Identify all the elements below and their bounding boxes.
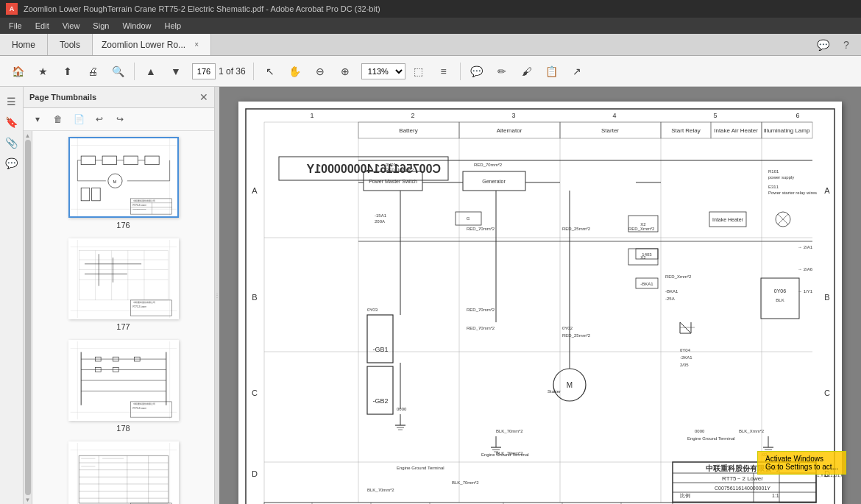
tab-home[interactable]: Home: [0, 34, 48, 55]
print-button[interactable]: 🖨: [81, 60, 104, 83]
svg-text:-BKA1: -BKA1: [665, 289, 678, 294]
svg-text:Generator: Generator: [482, 179, 506, 184]
pdf-viewer[interactable]: 1 2 3 4 5 6 1 2 3 4 5 6 A B C D A: [219, 87, 861, 504]
chat-icon-button[interactable]: 💬: [814, 36, 832, 54]
annotation-button[interactable]: ✏: [490, 60, 514, 83]
svg-text:C: C: [824, 388, 830, 397]
svg-text:4: 4: [612, 112, 616, 119]
tab-document-label: Zoomlion Lower Ro...: [102, 40, 185, 50]
thumbnail-item-178[interactable]: 中联重科股份有限公司 RT75-2 Lower 178: [68, 340, 179, 433]
separator-3: [460, 63, 461, 80]
cursor-tool-button[interactable]: ↖: [258, 60, 282, 83]
svg-text:BLK_70mm²2: BLK_70mm²2: [367, 488, 394, 492]
svg-text:C00756116140000001Y: C00756116140000001Y: [715, 486, 770, 491]
svg-text:0Y02: 0Y02: [562, 326, 573, 330]
svg-rect-67: [70, 443, 177, 504]
menu-sign[interactable]: Sign: [87, 20, 115, 32]
hand-tool-button[interactable]: ✋: [283, 60, 307, 83]
svg-text:RED_25mm²2: RED_25mm²2: [562, 333, 591, 338]
menu-help[interactable]: Help: [159, 20, 188, 32]
marquee-zoom-button[interactable]: ⬚: [407, 60, 431, 83]
page-number-input[interactable]: [192, 63, 216, 79]
svg-text:-2KA1: -2KA1: [680, 355, 692, 360]
svg-text:RED_70mm²2: RED_70mm²2: [467, 227, 495, 231]
thumbnail-label-177: 177: [116, 322, 130, 331]
toolbar: 🏠 ★ ⬆ 🖨 🔍 ▲ ▼ 1 of 36 ↖ ✋ ⊖ ⊕ 113% 100% …: [0, 56, 861, 87]
menu-view[interactable]: View: [57, 20, 86, 32]
svg-text:中联重科股份有限公司: 中联重科股份有限公司: [132, 301, 155, 304]
svg-text:1:1: 1:1: [772, 493, 779, 498]
tab-document[interactable]: Zoomlion Lower Ro... ×: [93, 34, 211, 55]
panel-undo-button[interactable]: ↩: [90, 111, 109, 127]
sidebar-nav-icon[interactable]: ☰: [3, 93, 21, 110]
title-bar: A Zoomlion Lower RoughTerrain Crane RT75…: [0, 0, 861, 18]
thumbnail-image-177: 中联重科股份有限公司 RT75-2 Lower: [68, 238, 179, 319]
svg-text:M: M: [567, 381, 573, 389]
svg-text:6: 6: [796, 112, 799, 119]
thumbnail-label-176: 176: [116, 221, 130, 230]
zoom-in-button[interactable]: ⊕: [333, 60, 357, 83]
zoom-out-button[interactable]: ⊖: [308, 60, 332, 83]
sidebar-attachment-icon[interactable]: 📎: [3, 134, 21, 152]
thumbnail-item-176[interactable]: M 中联重科股份有限公司 RT75-2 Lower C00756116140: [68, 137, 179, 230]
tab-tools[interactable]: Tools: [48, 34, 93, 55]
svg-text:C007561161400: C007561161400: [132, 208, 146, 210]
svg-text:5: 5: [713, 112, 717, 119]
watermark-line2: Go to Settings to act...: [765, 463, 838, 471]
thumbnail-item-179[interactable]: 中联重科股份有限公司 RT75-2 Lower 179: [68, 441, 179, 504]
bookmark-button[interactable]: ★: [31, 60, 54, 83]
comment-button[interactable]: 💬: [465, 60, 489, 83]
pdf-page: 1 2 3 4 5 6 1 2 3 4 5 6 A B C D A: [238, 102, 842, 504]
menu-window[interactable]: Window: [116, 20, 157, 32]
svg-text:RED_70mm²2: RED_70mm²2: [474, 163, 503, 167]
svg-text:RT75-2 Lower: RT75-2 Lower: [132, 407, 146, 410]
menu-edit[interactable]: Edit: [29, 20, 55, 32]
watermark-line1: Activate Windows: [765, 455, 838, 463]
window-title: Zoomlion Lower RoughTerrain Crane RT75-2…: [24, 4, 380, 13]
left-panel: Page Thumbnails ✕ ▾ 🗑 📄 ↩ ↪ ▲ ▼: [24, 87, 215, 504]
svg-text:RED_25mm²2: RED_25mm²2: [562, 227, 591, 231]
svg-text:Power starter relay wires: Power starter relay wires: [768, 191, 817, 195]
zoom-select[interactable]: 113% 100% 125% 150% 75% 50%: [361, 63, 405, 79]
thumbnail-image-178: 中联重科股份有限公司 RT75-2 Lower: [68, 340, 179, 421]
svg-text:→ 1/Y1: → 1/Y1: [798, 289, 813, 294]
svg-text:中联重科股份有限公司: 中联重科股份有限公司: [132, 402, 155, 405]
page-up-button[interactable]: ▲: [139, 60, 163, 83]
panel-title: Page Thumbnails: [29, 93, 96, 102]
sidebar-icons: ☰ 🔖 📎 💬: [0, 87, 24, 504]
panel-redo-button[interactable]: ↪: [110, 111, 130, 127]
tab-bar: Home Tools Zoomlion Lower Ro... × 💬 ?: [0, 34, 861, 56]
svg-text:2/05: 2/05: [680, 363, 689, 367]
panel-extract-button[interactable]: 📄: [69, 111, 88, 127]
sidebar-bookmark-icon[interactable]: 🔖: [3, 113, 21, 131]
vertical-scrollbar[interactable]: [25, 140, 31, 495]
home-button[interactable]: 🏠: [6, 60, 29, 83]
sidebar-comment-icon[interactable]: 💬: [3, 155, 21, 172]
svg-text:200A: 200A: [375, 219, 385, 224]
stamp-button[interactable]: 📋: [540, 60, 564, 83]
search-button[interactable]: 🔍: [106, 60, 130, 83]
svg-text:RT75－2 Lower: RT75－2 Lower: [722, 475, 763, 482]
share-button[interactable]: ↗: [565, 60, 589, 83]
upload-button[interactable]: ⬆: [56, 60, 79, 83]
scroll-mode-button[interactable]: ≡: [432, 60, 456, 83]
panel-trash-button[interactable]: 🗑: [49, 111, 68, 127]
question-icon-button[interactable]: ?: [837, 36, 855, 54]
zoom-group: 113% 100% 125% 150% 75% 50%: [361, 63, 405, 79]
svg-text:Start Relay: Start Relay: [671, 127, 701, 134]
svg-text:Illuminating Lamp: Illuminating Lamp: [764, 127, 810, 134]
thumbnail-label-178: 178: [116, 424, 130, 433]
thumbnail-item-177[interactable]: 中联重科股份有限公司 RT75-2 Lower 177: [68, 238, 179, 331]
panel-settings-button[interactable]: ▾: [28, 111, 47, 127]
tab-close-button[interactable]: ×: [191, 40, 202, 50]
svg-text:BLK_70mm²2: BLK_70mm²2: [452, 480, 479, 485]
panel-close-button[interactable]: ✕: [199, 91, 208, 103]
svg-text:Starter: Starter: [601, 127, 619, 134]
svg-text:1403: 1403: [642, 252, 652, 257]
highlight-button[interactable]: 🖌: [515, 60, 539, 83]
menu-file[interactable]: File: [3, 20, 28, 32]
scrollbar-up-arrow[interactable]: ▲: [25, 132, 31, 138]
scrollbar-down-arrow[interactable]: ▼: [25, 497, 31, 503]
page-down-button[interactable]: ▼: [164, 60, 188, 83]
svg-text:0Y03: 0Y03: [367, 308, 378, 312]
